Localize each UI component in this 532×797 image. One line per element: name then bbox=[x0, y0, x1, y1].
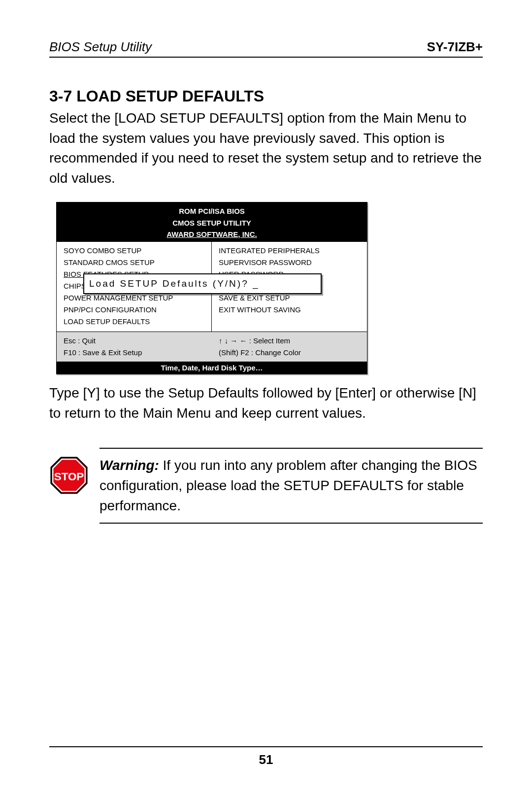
warning-text: Warning: If you run into any problem aft… bbox=[100, 448, 483, 524]
svg-text:STOP: STOP bbox=[54, 470, 84, 483]
bios-menu-item[interactable]: INTEGRATED PERIPHERALS bbox=[219, 245, 362, 257]
page-number: 51 bbox=[49, 746, 483, 767]
stop-icon: STOP bbox=[49, 456, 89, 495]
warning-block: STOP Warning: If you run into any proble… bbox=[49, 448, 483, 524]
bios-title-line1: ROM PCI/ISA BIOS bbox=[57, 205, 367, 217]
warning-label: Warning: bbox=[100, 458, 159, 473]
bios-status-bar: Time, Date, Hard Disk Type… bbox=[57, 362, 367, 374]
header-model: SY-7IZB+ bbox=[427, 39, 483, 55]
header-title: BIOS Setup Utility bbox=[49, 39, 152, 55]
bios-menu-area: SOYO COMBO SETUP STANDARD CMOS SETUP BIO… bbox=[57, 242, 367, 332]
section-heading: 3-7 LOAD SETUP DEFAULTS bbox=[49, 87, 483, 105]
bios-menu-item[interactable]: SOYO COMBO SETUP bbox=[64, 245, 206, 257]
bios-title-line3: AWARD SOFTWARE, INC. bbox=[57, 229, 367, 240]
bios-menu-item[interactable]: PNP/PCI CONFIGURATION bbox=[64, 304, 206, 316]
bios-menu-item[interactable]: LOAD SETUP DEFAULTS bbox=[64, 316, 206, 328]
bios-help-right: ↑ ↓ → ← : Select Item (Shift) F2 : Chang… bbox=[212, 332, 367, 362]
bios-menu-item[interactable]: SUPERVISOR PASSWORD bbox=[219, 257, 362, 268]
bios-help-f10: F10 : Save & Exit Setup bbox=[64, 347, 207, 359]
bios-confirm-dialog[interactable]: Load SETUP Defaults (Y/N)? _ bbox=[83, 273, 322, 294]
manual-page: BIOS Setup Utility SY-7IZB+ 3-7 LOAD SET… bbox=[0, 0, 532, 797]
bios-help-esc: Esc : Quit bbox=[64, 335, 207, 347]
bios-help-arrows: ↑ ↓ → ← : Select Item bbox=[219, 335, 362, 347]
bios-title-bar: ROM PCI/ISA BIOS CMOS SETUP UTILITY AWAR… bbox=[57, 202, 367, 242]
bios-help-bar: Esc : Quit F10 : Save & Exit Setup ↑ ↓ →… bbox=[57, 332, 367, 362]
bios-menu-item[interactable]: EXIT WITHOUT SAVING bbox=[219, 304, 362, 316]
after-paragraph: Type [Y] to use the Setup Defaults follo… bbox=[49, 383, 483, 423]
bios-title-line2: CMOS SETUP UTILITY bbox=[57, 217, 367, 229]
bios-help-left: Esc : Quit F10 : Save & Exit Setup bbox=[57, 332, 212, 362]
page-header: BIOS Setup Utility SY-7IZB+ bbox=[49, 39, 483, 58]
bios-help-shiftf2: (Shift) F2 : Change Color bbox=[219, 347, 362, 359]
bios-menu-item[interactable]: STANDARD CMOS SETUP bbox=[64, 257, 206, 268]
bios-screenshot: ROM PCI/ISA BIOS CMOS SETUP UTILITY AWAR… bbox=[56, 202, 367, 374]
intro-paragraph: Select the [LOAD SETUP DEFAULTS] option … bbox=[49, 108, 483, 188]
